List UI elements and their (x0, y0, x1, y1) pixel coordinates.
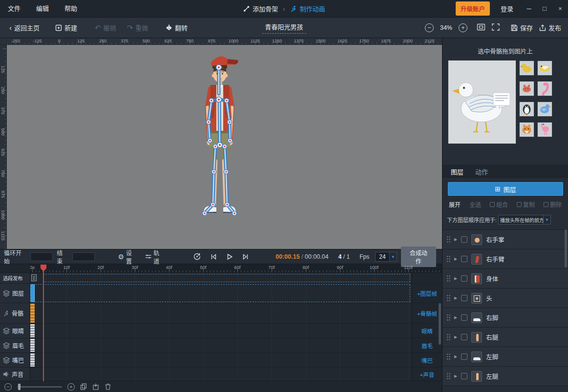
layer-row-right-palm[interactable]: ▶ 右手掌 (442, 230, 568, 249)
expand-button[interactable]: 展开 (449, 200, 461, 208)
drag-handle-icon[interactable] (446, 353, 450, 360)
fit-canvas-button[interactable] (477, 23, 485, 32)
layer-row-right-foot[interactable]: ▶ 右脚 (442, 308, 568, 328)
expand-caret-icon[interactable]: ▶ (454, 354, 457, 359)
row-segment-publish-track[interactable] (30, 273, 412, 283)
timeline-scrollbar[interactable] (439, 303, 441, 345)
loop-end-input[interactable] (72, 252, 95, 261)
layer-checkbox[interactable] (461, 373, 467, 379)
zoom-in-button[interactable]: + (459, 23, 467, 32)
layer-checkbox[interactable] (461, 353, 467, 360)
login-button[interactable]: 登录 (493, 4, 521, 13)
layer-checkbox[interactable] (461, 256, 467, 262)
fullscreen-button[interactable] (492, 23, 500, 32)
layer-list-scrollbar[interactable] (565, 229, 567, 268)
menu-help[interactable]: 帮助 (57, 0, 85, 18)
row-eyebrows-track[interactable] (30, 338, 412, 352)
minimize-button[interactable]: ─ (521, 0, 537, 18)
flip-button[interactable]: 翻转 (161, 18, 192, 38)
step-back-icon[interactable] (210, 253, 217, 261)
layer-row-right-arm[interactable]: ▶ 右手臂 (442, 249, 568, 269)
eyebrows-keyframe[interactable] (30, 339, 35, 352)
loop-start-input[interactable] (30, 252, 53, 261)
delete-button[interactable]: 删除 (544, 200, 562, 208)
layer-checkbox[interactable] (461, 295, 467, 301)
maximize-button[interactable]: □ (537, 0, 552, 18)
menu-edit[interactable]: 编辑 (28, 0, 57, 18)
track-button[interactable]: 轨道 (145, 248, 165, 265)
drag-handle-icon[interactable] (446, 275, 450, 282)
character-artwork[interactable] (7, 45, 442, 249)
add-layer-frame-link[interactable]: +图层帧 (412, 284, 442, 303)
add-sound-link[interactable]: +声音 (412, 368, 442, 381)
expand-caret-icon[interactable]: ▶ (454, 257, 457, 261)
playhead-line[interactable] (43, 265, 44, 381)
fps-dropdown[interactable]: 24 ▾ (375, 252, 397, 262)
tab-actions[interactable]: 动作 (475, 167, 488, 176)
expand-caret-icon[interactable]: ▶ (454, 237, 457, 242)
timeline-zoom-slider-thumb[interactable] (18, 384, 21, 390)
paste-frame-icon[interactable] (92, 383, 99, 390)
step-make-animation[interactable]: 制作动画 (290, 4, 325, 13)
drag-handle-icon[interactable] (446, 314, 450, 321)
segment-marker[interactable] (31, 274, 37, 281)
drag-handle-icon[interactable] (446, 333, 450, 341)
penguin-thumbnail[interactable] (519, 102, 534, 117)
step-forward-icon[interactable] (242, 253, 250, 261)
timeline-zoom-slider[interactable] (17, 386, 62, 388)
bird-thumbnail[interactable] (537, 61, 552, 76)
crab-thumbnail[interactable] (519, 81, 534, 96)
layer-row-head[interactable]: ▶ 头 (442, 289, 568, 308)
copy-frame-icon[interactable] (80, 383, 87, 390)
layer-row-body[interactable]: ▶ 身体 (442, 269, 568, 289)
timeline-zoom-in-button[interactable]: + (67, 383, 75, 391)
row-eyes-track[interactable] (30, 324, 412, 338)
upgrade-account-button[interactable]: 升级账户 (456, 1, 490, 16)
zoom-out-button[interactable]: − (425, 23, 434, 32)
drag-handle-icon[interactable] (446, 236, 450, 243)
layer-checkbox[interactable] (461, 236, 467, 243)
settings-button[interactable]: ⚙ 设置 (118, 248, 137, 265)
bluebird-thumbnail[interactable] (537, 102, 552, 117)
undo-button[interactable]: ↶ 撤销 (90, 18, 121, 38)
eyes-keyframe[interactable] (30, 324, 35, 337)
expand-caret-icon[interactable]: ▶ (454, 315, 457, 320)
restart-icon[interactable] (193, 252, 201, 261)
row-sound-track[interactable] (30, 368, 412, 381)
skeleton-rig[interactable] (203, 65, 237, 216)
mouth-link[interactable]: 嘴巴 (412, 353, 442, 367)
timeline-zoom-out-button[interactable]: − (4, 383, 12, 391)
layer-checkbox[interactable] (461, 334, 467, 340)
eyes-link[interactable]: 眼睛 (412, 324, 442, 338)
expand-caret-icon[interactable]: ▶ (454, 374, 457, 378)
new-button[interactable]: 新建 (51, 18, 82, 38)
tl-ruler-track[interactable]: 0s10f20f30f40f50f60f70f80f90f100f110f (30, 264, 442, 272)
tab-layers[interactable]: 图层 (451, 167, 463, 176)
duplicate-button[interactable]: 复制 (517, 200, 535, 208)
close-button[interactable]: × (552, 0, 568, 18)
delete-frame-icon[interactable] (105, 383, 111, 390)
group-button[interactable]: 组合 (490, 200, 508, 208)
fox-thumbnail[interactable] (519, 122, 534, 137)
seagull-preview[interactable] (448, 60, 516, 144)
play-icon[interactable] (226, 253, 233, 261)
redo-button[interactable]: ↷ 重做 (123, 18, 153, 38)
skeleton-keyframe[interactable] (30, 304, 35, 323)
save-button[interactable]: 保存 (511, 23, 533, 32)
back-home-button[interactable]: ‹ 返回主页 (5, 18, 44, 38)
publish-button[interactable]: 发布 (539, 23, 561, 32)
add-layer-button[interactable]: ⊞ 图层 (448, 182, 563, 196)
expand-caret-icon[interactable]: ▶ (454, 276, 457, 281)
row-mouth-track[interactable] (30, 353, 412, 367)
eyebrows-link[interactable]: 眉毛 (412, 338, 442, 352)
step-add-skeleton[interactable]: 添加骨架 (243, 4, 278, 13)
layer-checkbox[interactable] (461, 314, 467, 321)
seahorse-thumbnail[interactable] (537, 81, 552, 96)
add-skeleton-frame-link[interactable]: +骨骼帧 (412, 303, 442, 323)
expand-caret-icon[interactable]: ▶ (454, 296, 457, 300)
expand-caret-icon[interactable]: ▶ (454, 335, 457, 339)
duck-thumbnail[interactable] (519, 61, 534, 76)
drag-handle-icon[interactable] (446, 255, 450, 263)
drag-handle-icon[interactable] (446, 372, 450, 380)
row-skeleton-track[interactable] (30, 303, 412, 323)
